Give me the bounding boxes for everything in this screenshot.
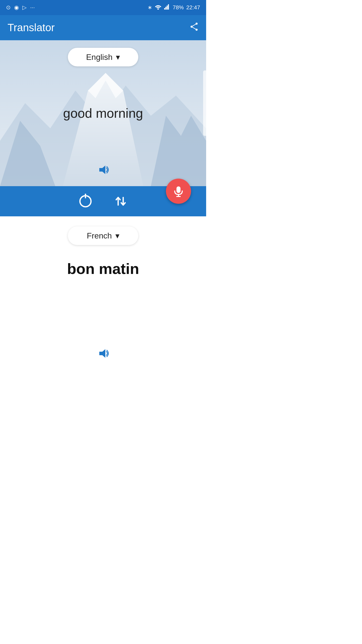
notification-icon-1: ⊙ bbox=[6, 4, 11, 11]
app-bar: Translator bbox=[0, 15, 206, 40]
share-icon[interactable] bbox=[190, 22, 199, 33]
microphone-button[interactable] bbox=[166, 179, 191, 204]
target-panel: French ▾ bon matin bbox=[0, 216, 206, 377]
target-language-selector[interactable]: French ▾ bbox=[68, 226, 138, 245]
bluetooth-icon: ∗ bbox=[148, 4, 152, 11]
target-language-label: French bbox=[87, 231, 112, 240]
swap-button[interactable] bbox=[113, 194, 128, 209]
status-left: ⊙ ◉ ▷ ··· bbox=[6, 4, 35, 11]
wifi-icon bbox=[155, 4, 162, 11]
svg-marker-15 bbox=[99, 166, 105, 174]
translated-text[interactable]: bon matin bbox=[57, 260, 149, 277]
signal-icon bbox=[164, 4, 170, 11]
svg-rect-19 bbox=[176, 186, 180, 193]
source-panel: English ▾ good morning bbox=[0, 40, 206, 186]
source-language-chevron: ▾ bbox=[116, 52, 120, 62]
target-language-chevron: ▾ bbox=[115, 231, 119, 240]
source-speaker-icon[interactable] bbox=[97, 164, 109, 179]
source-language-selector[interactable]: English ▾ bbox=[68, 48, 138, 66]
svg-rect-0 bbox=[164, 8, 165, 10]
svg-line-7 bbox=[192, 24, 197, 27]
notification-icon-3: ▷ bbox=[22, 4, 27, 11]
time-display: 22:47 bbox=[186, 4, 200, 11]
svg-marker-22 bbox=[99, 349, 105, 358]
status-bar: ⊙ ◉ ▷ ··· ∗ 78% 22:47 bbox=[0, 0, 206, 15]
source-language-label: English bbox=[86, 53, 113, 62]
notification-icon-2: ◉ bbox=[14, 4, 19, 11]
svg-rect-1 bbox=[165, 7, 166, 10]
target-speaker-icon[interactable] bbox=[97, 347, 109, 362]
source-text[interactable]: good morning bbox=[0, 106, 206, 121]
scroll-indicator bbox=[203, 70, 206, 136]
reset-button[interactable] bbox=[78, 194, 93, 209]
status-right: ∗ 78% 22:47 bbox=[148, 4, 200, 11]
svg-rect-2 bbox=[167, 6, 168, 10]
svg-rect-3 bbox=[168, 4, 169, 10]
battery-level: 78% bbox=[173, 4, 184, 11]
app-title: Translator bbox=[8, 22, 55, 34]
toolbar bbox=[0, 186, 206, 216]
more-icon: ··· bbox=[30, 4, 35, 11]
svg-line-8 bbox=[192, 27, 197, 30]
